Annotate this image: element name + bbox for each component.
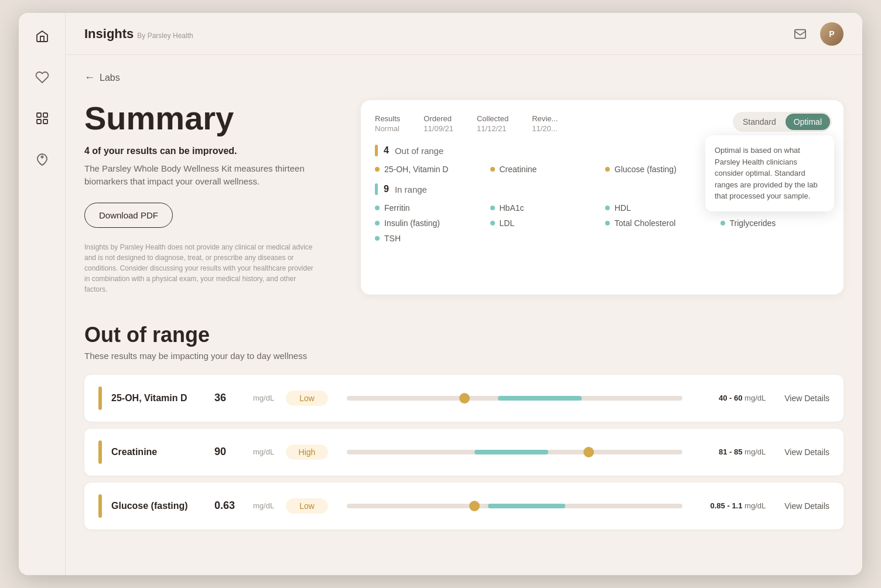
metric-badge: High (286, 445, 328, 460)
col1-value: Normal (375, 124, 400, 133)
view-details-button[interactable]: View Details (775, 447, 829, 457)
biomarker-total-cholesterol[interactable]: Total Cholesterol (605, 218, 715, 228)
toggle-standard[interactable]: Standard (735, 114, 784, 130)
range-bar-track (347, 450, 682, 454)
biomarker-name: Ferritin (384, 203, 410, 213)
range-bar-optimal (474, 450, 548, 454)
biomarker-dot (490, 221, 495, 225)
range-bar-dot (469, 501, 480, 511)
toggle-optimal[interactable]: Optimal (786, 114, 830, 130)
view-details-button[interactable]: View Details (775, 394, 829, 403)
biomarker-name: Creatinine (500, 165, 537, 174)
disclaimer-text: Insights by Parsley Health does not prov… (84, 242, 319, 295)
biomarker-creatinine[interactable]: Creatinine (490, 165, 600, 174)
in-range-bar (375, 183, 378, 195)
sidebar-item-favorites[interactable] (30, 66, 54, 89)
biomarker-name: HbA1c (500, 203, 524, 213)
biomarker-hba1c[interactable]: HbA1c (490, 203, 600, 213)
range-bar-optimal (498, 396, 582, 401)
results-col-reviewed: Revie... 11/20... (532, 114, 558, 133)
summary-description: The Parsley Whole Body Wellness Kit meas… (84, 162, 342, 189)
header-actions: P (790, 22, 844, 46)
out-of-range-count: 4 (384, 145, 389, 156)
metric-row-vitamin-d: 25-OH, Vitamin D 36 mg/dL Low 40 - 60 mg… (84, 375, 844, 422)
svg-rect-0 (37, 113, 41, 117)
in-range-label: In range (395, 184, 427, 194)
biomarker-name: Triglycerides (730, 218, 776, 228)
biomarker-tsh[interactable]: TSH (375, 234, 484, 243)
biomarker-dot (605, 167, 610, 172)
app-subtitle: By Parsley Health (137, 32, 193, 40)
metric-unit: mg/dL (253, 447, 276, 456)
svg-rect-4 (795, 29, 805, 38)
range-bar-dot (583, 447, 594, 457)
biomarker-name: Total Cholesterol (614, 218, 675, 228)
biomarker-dot (375, 167, 380, 172)
metric-name: Creatinine (111, 447, 205, 457)
biomarker-dot (605, 221, 610, 225)
out-of-range-label: Out of range (395, 146, 443, 156)
metric-range-text: 0.85 - 1.1 mg/dL (701, 501, 766, 510)
biomarker-insulin[interactable]: Insulin (fasting) (375, 218, 484, 228)
metric-range-text: 81 - 85 mg/dL (701, 447, 766, 456)
view-details-button[interactable]: View Details (775, 501, 829, 511)
results-col-collected: Collected 11/12/21 (477, 114, 508, 133)
biomarker-dot (375, 236, 380, 241)
range-toggle: Standard Optimal (733, 112, 832, 132)
biomarker-ldl[interactable]: LDL (490, 218, 600, 228)
metric-name: 25-OH, Vitamin D (111, 393, 205, 404)
sidebar (19, 13, 66, 575)
biomarker-vitamin-d[interactable]: 25-OH, Vitamin D (375, 165, 484, 174)
results-col-ordered: Ordered 11/09/21 (424, 114, 453, 133)
out-of-range-section: Out of range These results may be impact… (84, 323, 844, 529)
biomarker-hdl[interactable]: HDL (605, 203, 715, 213)
biomarker-dot (605, 206, 610, 210)
summary-highlight: 4 of your results can be improved. (84, 146, 342, 156)
metric-indicator (98, 387, 102, 410)
summary-panel: Summary 4 of your results can be improve… (84, 100, 342, 295)
tooltip-text: Optimal is based on what Parsley Health … (715, 146, 818, 200)
range-bar-track (347, 504, 682, 508)
breadcrumb[interactable]: ← Labs (84, 71, 844, 84)
back-arrow-icon: ← (84, 71, 95, 84)
biomarker-name: Insulin (fasting) (384, 218, 440, 228)
range-bar-track (347, 396, 682, 401)
main-content: Insights By Parsley Health P ← Labs (66, 13, 862, 575)
breadcrumb-label: Labs (100, 73, 120, 83)
range-bar (347, 449, 682, 456)
sidebar-item-wellness[interactable] (30, 148, 54, 171)
metric-unit: mg/dL (253, 394, 276, 402)
section-title: Out of range (84, 323, 844, 347)
biomarker-dot (375, 206, 380, 210)
biomarker-dot (490, 206, 495, 210)
top-section: Summary 4 of your results can be improve… (84, 100, 844, 295)
metric-badge: Low (286, 391, 328, 406)
biomarker-name: LDL (500, 218, 515, 228)
avatar[interactable]: P (820, 22, 844, 46)
page-content: ← Labs Summary 4 of your results can be … (66, 55, 862, 575)
summary-title: Summary (84, 100, 342, 136)
col3-value: 11/12/21 (477, 124, 508, 133)
col3-header: Collected (477, 114, 508, 123)
col4-header: Revie... (532, 114, 558, 123)
biomarker-name: HDL (614, 203, 631, 213)
metric-value: 0.63 (214, 500, 244, 512)
app-window: Insights By Parsley Health P ← Labs (19, 13, 862, 575)
col4-value: 11/20... (532, 124, 558, 133)
biomarker-triglycerides[interactable]: Triglycerides (720, 218, 830, 228)
metric-range-text: 40 - 60 mg/dL (701, 394, 766, 402)
svg-rect-3 (43, 119, 47, 124)
sidebar-item-home[interactable] (30, 25, 54, 48)
biomarker-dot (490, 167, 495, 172)
metric-value: 90 (214, 446, 244, 458)
metric-indicator (98, 440, 102, 464)
out-of-range-bar (375, 145, 378, 156)
biomarker-glucose[interactable]: Glucose (fasting) (605, 165, 715, 174)
download-pdf-button[interactable]: Download PDF (84, 203, 173, 228)
biomarker-ferritin[interactable]: Ferritin (375, 203, 484, 213)
range-bar-dot (459, 393, 470, 404)
svg-rect-2 (37, 119, 41, 124)
sidebar-item-labs[interactable] (30, 107, 54, 130)
section-subtitle: These results may be impacting your day … (84, 351, 844, 361)
mail-icon[interactable] (790, 23, 811, 45)
